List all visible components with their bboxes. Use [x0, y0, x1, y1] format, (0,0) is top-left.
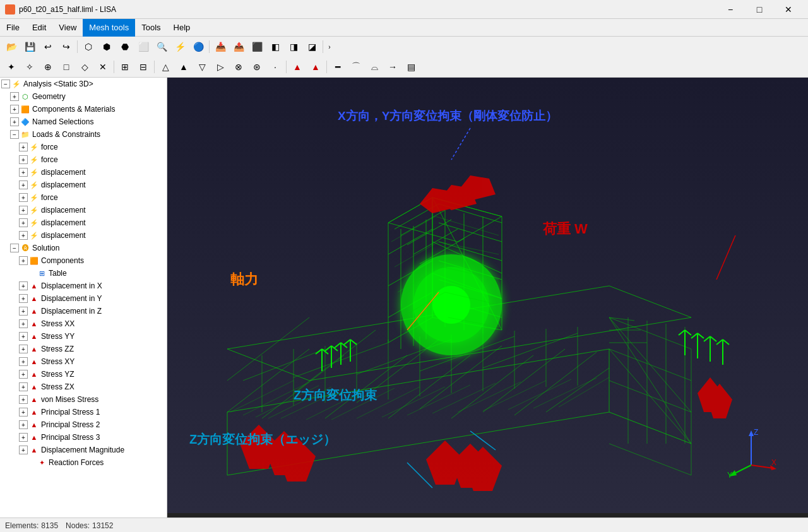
tree-stress-zz[interactable]: + ▲ Stress ZZ [0, 343, 167, 355]
menu-mesh-tools[interactable]: Mesh tools [83, 19, 135, 37]
expand-force1[interactable]: + [19, 143, 28, 151]
expand-disp4[interactable]: + [19, 218, 28, 227]
expand-stress-xy[interactable]: + [19, 357, 28, 366]
menu-tools[interactable]: Tools [135, 19, 167, 37]
tree-disp-y[interactable]: + ▲ Displacement in Y [0, 292, 167, 305]
tb2-15[interactable]: · [266, 59, 284, 75]
tb-open[interactable]: 📂 [3, 38, 20, 55]
expand-force2[interactable]: + [19, 155, 28, 164]
tree-stress-xy[interactable]: + ▲ Stress XY [0, 355, 167, 368]
expand-stress-zz[interactable]: + [19, 345, 28, 353]
expand-named-sel[interactable]: + [10, 117, 19, 126]
tree-principal1[interactable]: + ▲ Principal Stress 1 [0, 406, 167, 418]
tb2-11[interactable]: ▽ [193, 59, 211, 75]
tree-reaction[interactable]: ✦ Reaction Forces [0, 456, 167, 469]
tb-import[interactable]: 📥 [211, 38, 229, 55]
tb2-9[interactable]: △ [157, 59, 174, 75]
tree-analysis[interactable]: − ⚡ Analysis <Static 3D> [0, 78, 167, 90]
expand-analysis[interactable]: − [1, 80, 10, 88]
tb2-19[interactable]: ⌒ [347, 59, 365, 75]
tb2-17[interactable]: ▲ [307, 59, 324, 75]
tree-solution[interactable]: − 🅐 Solution [0, 242, 167, 254]
tree-principal2[interactable]: + ▲ Principal Stress 2 [0, 418, 167, 431]
tb-circle[interactable]: 🔵 [189, 38, 207, 55]
tb-save[interactable]: 💾 [21, 38, 39, 55]
tb2-18[interactable]: ━ [329, 59, 347, 75]
expand-stress-yy[interactable]: + [19, 332, 28, 341]
tb-redo[interactable]: ↪ [57, 38, 75, 55]
expand-principal1[interactable]: + [19, 408, 28, 417]
tree-disp3[interactable]: + ⚡ displacement [0, 204, 167, 216]
tb2-12[interactable]: ▷ [211, 59, 229, 75]
minimize-button[interactable]: − [716, 0, 745, 19]
tb2-4[interactable]: □ [57, 59, 75, 75]
expand-disp-mag[interactable]: + [19, 446, 28, 454]
tb-undo[interactable]: ↩ [39, 38, 57, 55]
expand-disp1[interactable]: + [19, 168, 28, 177]
tree-disp-x[interactable]: + ▲ Displacement in X [0, 280, 167, 292]
tb-zoom[interactable]: 🔍 [153, 38, 170, 55]
menu-view[interactable]: View [52, 19, 83, 37]
expand-principal3[interactable]: + [19, 433, 28, 442]
tree-disp-z[interactable]: + ▲ Displacement in Z [0, 305, 167, 317]
tree-loads[interactable]: − 📁 Loads & Constraints [0, 128, 167, 141]
tree-force2[interactable]: + ⚡ force [0, 153, 167, 166]
tb2-10[interactable]: ▲ [175, 59, 193, 75]
expand-stress-yz[interactable]: + [19, 370, 28, 379]
expand-geometry[interactable]: + [10, 92, 19, 101]
tree-force1[interactable]: + ⚡ force [0, 141, 167, 153]
tree-disp2[interactable]: + ⚡ displacement [0, 179, 167, 191]
tb2-3[interactable]: ⊕ [39, 59, 57, 75]
expand-disp2[interactable]: + [19, 180, 28, 189]
expand-stress-zx[interactable]: + [19, 382, 28, 391]
expand-solution[interactable]: − [10, 244, 19, 252]
expand-sol-comp[interactable]: + [19, 256, 28, 265]
tree-components-materials[interactable]: + 🟧 Components & Materials [0, 103, 167, 115]
expand-disp3[interactable]: + [19, 206, 28, 215]
tree-stress-yz[interactable]: + ▲ Stress YZ [0, 368, 167, 381]
close-button[interactable]: ✕ [774, 0, 803, 19]
viewport[interactable]: ⬚ ⬛ ⬜ [167, 78, 808, 517]
tree-stress-xx[interactable]: + ▲ Stress XX [0, 317, 167, 330]
tb2-7[interactable]: ⊞ [116, 59, 134, 75]
tree-sol-comp[interactable]: + 🟧 Components [0, 254, 167, 267]
tb2-6[interactable]: ✕ [94, 59, 112, 75]
tree-named-sel[interactable]: + 🔷 Named Selections [0, 115, 167, 128]
tb-mesh2[interactable]: ◧ [266, 38, 284, 55]
expand-comp-mat[interactable]: + [10, 105, 19, 114]
tb2-2[interactable]: ✧ [21, 59, 39, 75]
expand-loads[interactable]: − [10, 130, 19, 139]
tb2-5[interactable]: ◇ [76, 59, 93, 75]
expand-force3[interactable]: + [19, 193, 28, 202]
tb2-14[interactable]: ⊛ [248, 59, 266, 75]
tree-geometry[interactable]: + ⬡ Geometry [0, 90, 167, 103]
expand-disp-z[interactable]: + [19, 307, 28, 316]
expand-disp5[interactable]: + [19, 231, 28, 240]
tb-mesh1[interactable]: ⬛ [248, 38, 266, 55]
expand-stress-xx[interactable]: + [19, 319, 28, 328]
menu-help[interactable]: Help [167, 19, 197, 37]
tb2-1[interactable]: ✦ [3, 59, 20, 75]
tb-box[interactable]: ⬜ [134, 38, 152, 55]
maximize-button[interactable]: □ [745, 0, 774, 19]
tb2-16[interactable]: ▲ [288, 59, 306, 75]
menu-edit[interactable]: Edit [26, 19, 52, 37]
tree-stress-yy[interactable]: + ▲ Stress YY [0, 330, 167, 343]
tb2-20[interactable]: ⌓ [365, 59, 383, 75]
tree-disp4[interactable]: + ⚡ displacement [0, 216, 167, 229]
tree-table[interactable]: ⊞ Table [0, 267, 167, 280]
expand-disp-y[interactable]: + [19, 294, 28, 303]
tb2-21[interactable]: → [384, 59, 401, 75]
tree-force3[interactable]: + ⚡ force [0, 191, 167, 204]
tree-disp1[interactable]: + ⚡ displacement [0, 166, 167, 179]
tb-flash[interactable]: ⚡ [171, 38, 189, 55]
tree-principal3[interactable]: + ▲ Principal Stress 3 [0, 431, 167, 444]
tree-stress-zx[interactable]: + ▲ Stress ZX [0, 381, 167, 393]
tb-nodes[interactable]: ⬡ [80, 38, 97, 55]
expand-von-mises[interactable]: + [19, 395, 28, 404]
tree-disp5[interactable]: + ⚡ displacement [0, 229, 167, 242]
expand-disp-x[interactable]: + [19, 281, 28, 290]
tb2-13[interactable]: ⊗ [230, 59, 247, 75]
tb2-22[interactable]: ▤ [402, 59, 420, 75]
tb-export[interactable]: 📤 [230, 38, 247, 55]
